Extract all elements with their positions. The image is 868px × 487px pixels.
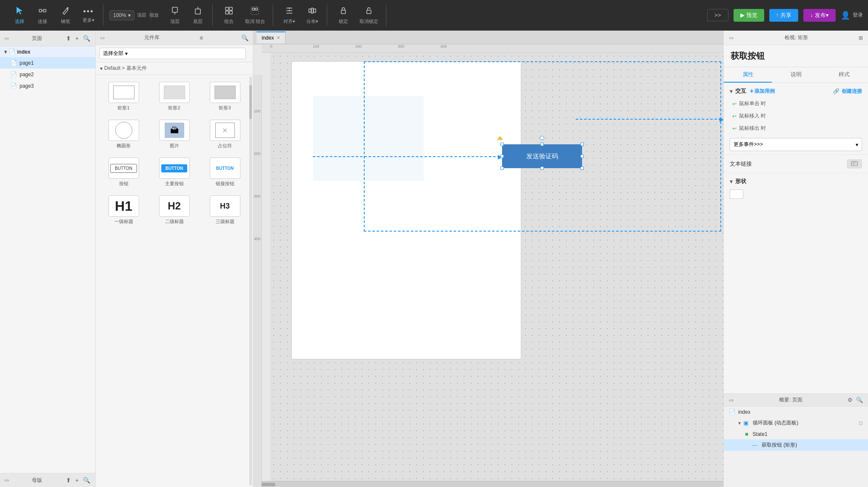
connect-tool[interactable]: 连接 <box>32 4 53 26</box>
right-header-filter-icon[interactable]: ⊞ <box>859 35 863 41</box>
page2-icon: 📄 <box>10 71 17 77</box>
comp-item-image[interactable]: 图片 <box>151 117 198 152</box>
share-button[interactable]: ↑ 共享 <box>769 9 799 22</box>
more-btn[interactable]: >> <box>707 9 728 21</box>
comp-item-ellipse[interactable]: 椭圆形 <box>100 117 147 152</box>
comp-select-dropdown[interactable]: 选择全部 ▾ <box>99 48 246 59</box>
right-header-title: 检视: 矩形 <box>734 34 859 41</box>
create-link-btn[interactable]: 🔗 创建连接 <box>833 88 862 95</box>
preview-button[interactable]: ▶ 预览 <box>734 9 764 22</box>
canvas-content[interactable]: ▶ ▶ 发送验证码 <box>270 53 723 481</box>
comp-scrollbar-thumb[interactable] <box>249 85 252 119</box>
ruler-mark-300: 300 <box>398 44 404 49</box>
outline-item-state1[interactable]: ■ State1 <box>724 429 868 439</box>
user-icon: 👤 <box>841 11 850 20</box>
lock-tool[interactable]: 锁定 <box>333 4 354 26</box>
handle-bottom-left[interactable] <box>500 166 504 170</box>
canvas-tab-close[interactable]: ✕ <box>277 35 280 40</box>
comp-select-arrow: ▾ <box>125 51 128 57</box>
page-item-page1[interactable]: 📄 page1 <box>0 57 95 69</box>
add-usecase-btn[interactable]: + <box>750 87 754 95</box>
event-mouse-leave[interactable]: ↩ 鼠标移出 时 <box>724 122 868 135</box>
outline-getbtn-label: 获取按钮 (矩形) <box>762 441 797 449</box>
outline-item-get-btn[interactable]: — 获取按钮 (矩形) <box>724 439 868 451</box>
handle-mid-right[interactable] <box>580 155 584 158</box>
comp-item-h1[interactable]: H1 一级标题 <box>100 193 147 227</box>
comp-preview-primary-button: BUTTON <box>159 158 190 179</box>
page-item-page3[interactable]: 📄 page3 <box>0 80 95 92</box>
comp-list-icon[interactable]: ≡ <box>200 34 203 41</box>
comp-panel-title: 元件库 <box>144 34 160 41</box>
canvas-with-ruler: 100 200 300 400 ▶ ▶ <box>253 53 723 481</box>
comp-item-placeholder[interactable]: ✕ 占位符 <box>201 117 248 152</box>
tab-style[interactable]: 样式 <box>820 67 868 83</box>
event-mouse-enter[interactable]: ↩ 鼠标移入 时 <box>724 110 868 122</box>
toolbar-right: >> ▶ 预览 ↑ 共享 ↓ 发布▾ 👤 登录 <box>707 9 863 22</box>
svg-rect-14 <box>252 8 254 10</box>
outline-item-carousel[interactable]: ▾ ▣ 循环面板 (动态面板) ⊡ <box>724 417 868 429</box>
comp-scrollbar[interactable] <box>249 77 252 485</box>
outline-carousel-expand[interactable]: ▾ <box>738 420 741 426</box>
connect-icon <box>38 6 47 17</box>
user-area[interactable]: 👤 登录 <box>841 11 863 20</box>
comp-item-h3[interactable]: H3 三级标题 <box>201 193 248 227</box>
comp-item-rect2[interactable]: 矩形2 <box>151 79 198 114</box>
svg-rect-7 <box>195 9 200 14</box>
top-layer-tool[interactable]: 顶层 <box>165 4 185 26</box>
more-tool[interactable]: ••• 更多▾ <box>78 6 99 25</box>
comp-item-h2[interactable]: H2 二级标题 <box>151 193 198 227</box>
pages-root-item[interactable]: ▾ 📄 index <box>0 46 95 57</box>
handle-bottom-center[interactable] <box>540 166 544 170</box>
add-usecase-label[interactable]: 添加用例 <box>754 88 775 95</box>
outline-carousel-visibility[interactable]: ⊡ <box>859 420 863 426</box>
canvas-scrollbar[interactable] <box>253 481 723 487</box>
pages-export-icon[interactable]: ⬆ <box>65 34 72 43</box>
comp-search-btn[interactable]: 🔍 <box>241 34 248 41</box>
handle-top-left[interactable] <box>500 143 504 146</box>
text-link-button[interactable] <box>847 159 862 169</box>
outline-filter-icon[interactable]: ⚙ <box>848 397 853 403</box>
pen-tool[interactable]: 钢笔 <box>55 4 76 26</box>
event-mouse-click[interactable]: ↩ 鼠标单击 时 <box>724 97 868 110</box>
more-events-dropdown[interactable]: 更多事件>>> ▾ <box>730 138 862 151</box>
handle-top-right[interactable] <box>580 143 584 146</box>
master-export-icon[interactable]: ⬆ <box>65 476 72 484</box>
pages-add-icon[interactable]: + <box>74 34 80 43</box>
canvas-button-element[interactable]: 发送验证码 <box>502 144 582 168</box>
comp-item-rect1[interactable]: 矩形1 <box>100 79 147 114</box>
zoom-control[interactable]: 100% ▾ <box>109 10 134 20</box>
bottom-layer-tool[interactable]: 底层 <box>188 4 208 26</box>
align-tool[interactable]: 对齐▾ <box>279 4 300 26</box>
handle-top-center[interactable] <box>540 143 544 146</box>
group-tool[interactable]: 组合 <box>219 4 239 26</box>
tab-properties[interactable]: 属性 <box>724 67 772 83</box>
canvas-tab-index[interactable]: index ✕ <box>257 32 286 43</box>
comp-item-rect3[interactable]: 矩形3 <box>201 79 248 114</box>
handle-rotate[interactable] <box>540 136 544 140</box>
handle-anchor[interactable] <box>497 136 503 140</box>
group-icon <box>224 6 234 17</box>
comp-item-primary-button[interactable]: BUTTON 主要按钮 <box>151 155 198 189</box>
pages-search-icon[interactable]: 🔍 <box>82 34 91 43</box>
comp-item-link-button[interactable]: BUTTON 链接按钮 <box>201 155 248 189</box>
zoom-label: 顶层 <box>137 12 146 18</box>
page-item-page2[interactable]: 📄 page2 <box>0 69 95 80</box>
handle-bottom-right[interactable] <box>580 166 584 170</box>
publish-button[interactable]: ↓ 发布▾ <box>803 9 836 22</box>
unlock-tool[interactable]: 取消锁定 <box>356 4 382 26</box>
svg-rect-13 <box>251 7 259 14</box>
handle-mid-left[interactable] <box>500 155 504 158</box>
select-tool[interactable]: 选择 <box>9 4 30 26</box>
outline-item-index[interactable]: 📄 index <box>724 407 868 417</box>
comp-item-button[interactable]: BUTTON 按钮 <box>100 155 147 189</box>
distribute-tool[interactable]: 分布▾ <box>302 4 323 26</box>
svg-rect-1 <box>39 9 42 12</box>
pages-panel-title: 页面 <box>9 35 65 42</box>
tab-description[interactable]: 说明 <box>772 67 820 83</box>
master-search-icon[interactable]: 🔍 <box>82 476 91 484</box>
master-add-icon[interactable]: + <box>74 476 80 484</box>
ungroup-tool[interactable]: 取消 组合 <box>242 4 268 26</box>
outline-search-icon[interactable]: 🔍 <box>856 397 863 403</box>
text-link-label: 文本链接 <box>730 160 847 168</box>
shape-section-header: ▾ 形状 <box>730 178 862 188</box>
